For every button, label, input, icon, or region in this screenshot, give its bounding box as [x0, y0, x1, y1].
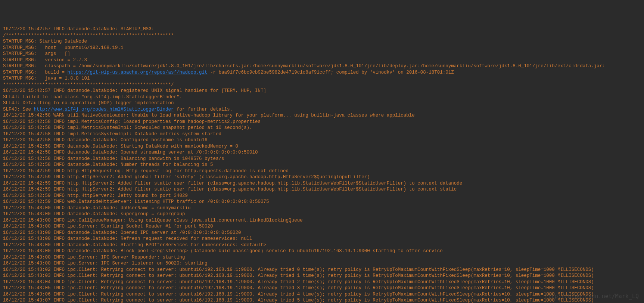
log-line: 16/12/20 15:42:59 INFO http.HttpServer2:… [3, 186, 641, 193]
log-line: SLF4J: Defaulting to no-operation (NOP) … [3, 100, 641, 106]
log-line: STARTUP_MSG: args = [] [3, 51, 641, 57]
log-line: SLF4J: Failed to load class "org.slf4j.i… [3, 94, 641, 101]
log-line: 16/12/20 15:42:57 INFO datanode.DataNode… [3, 88, 641, 94]
log-line: 16/12/20 15:42:58 INFO impl.MetricsConfi… [3, 119, 641, 125]
log-line: 16/12/20 15:42:58 INFO datanode.DataNode… [3, 149, 641, 156]
log-line: 16/12/20 15:43:04 INFO ipc.Client: Retry… [3, 279, 641, 285]
log-line: STARTUP_MSG: host = ubuntu16/192.168.19.… [3, 45, 641, 51]
log-line: 16/12/20 15:43:00 INFO datanode.DataNode… [3, 205, 641, 211]
log-line: STARTUP_MSG: version = 2.7.3 [3, 57, 641, 64]
log-line: 16/12/20 15:43:00 INFO ipc.Server: Start… [3, 223, 641, 230]
log-line: 16/12/20 15:42:59 INFO web.DatanodeHttpS… [3, 199, 641, 205]
log-line: 16/12/20 15:42:59 INFO http.HttpServer2:… [3, 174, 641, 180]
log-line: 16/12/20 15:43:03 INFO ipc.Client: Retry… [3, 273, 641, 279]
log-line: 16/12/20 15:42:59 INFO http.HttpServer2:… [3, 180, 641, 187]
log-line: 16/12/20 15:43:05 INFO ipc.Client: Retry… [3, 285, 641, 291]
log-line: 16/12/20 15:43:00 INFO datanode.DataNode… [3, 248, 641, 254]
log-line: STARTUP_MSG: java = 1.8.0_101 [3, 75, 641, 82]
log-output: 16/12/20 15:42:57 INFO datanode.DataNode… [3, 26, 641, 303]
build-link[interactable]: https://git-wip-us.apache.org/repos/asf/… [68, 70, 208, 75]
log-line: 16/12/20 15:42:58 INFO impl.MetricsSyste… [3, 125, 641, 131]
log-line: 16/12/20 15:42:59 INFO http.HttpServer2:… [3, 193, 641, 199]
log-line: 16/12/20 15:43:00 INFO datanode.DataNode… [3, 211, 641, 217]
log-line: STARTUP_MSG: Starting DataNode [3, 38, 641, 45]
log-line: 16/12/20 15:42:58 INFO datanode.DataNode… [3, 156, 641, 162]
log-line: 16/12/20 15:42:58 INFO impl.MetricsSyste… [3, 131, 641, 137]
log-line: 16/12/20 15:42:57 INFO datanode.DataNode… [3, 26, 641, 33]
log-line: 16/12/20 15:43:00 INFO datanode.DataNode… [3, 242, 641, 248]
log-line: 16/12/20 15:43:00 INFO ipc.Server: IPC S… [3, 254, 641, 261]
log-line: 16/12/20 15:43:00 INFO ipc.Server: IPC S… [3, 260, 641, 267]
log-line: STARTUP_MSG: classpath = /home/sunnymark… [3, 63, 641, 69]
log-line: 16/12/20 15:42:58 INFO datanode.DataNode… [3, 137, 641, 143]
log-line: 16/12/20 15:42:58 INFO datanode.DataNode… [3, 162, 641, 168]
slf4j-link[interactable]: http://www.slf4j.org/codes.html#StaticLo… [34, 107, 174, 112]
log-line: 16/12/20 15:43:02 INFO ipc.Client: Retry… [3, 267, 641, 273]
log-line: 16/12/20 15:42:58 WARN util.NativeCodeLo… [3, 112, 641, 119]
log-line: SLF4J: See http://www.slf4j.org/codes.ht… [3, 106, 641, 113]
log-line: 16/12/20 15:43:06 INFO ipc.Client: Retry… [3, 291, 641, 298]
log-line: 16/12/20 15:43:00 INFO datanode.DataNode… [3, 230, 641, 236]
log-line: 16/12/20 15:43:00 INFO datanode.DataNode… [3, 236, 641, 242]
log-line: /***************************************… [3, 33, 641, 39]
log-line: 16/12/20 15:42:59 INFO http.HttpRequestL… [3, 168, 641, 174]
log-line: 16/12/20 15:43:00 INFO ipc.CallQueueMana… [3, 217, 641, 224]
log-line: ****************************************… [3, 82, 641, 88]
log-line: 16/12/20 15:43:07 INFO ipc.Client: Retry… [3, 297, 641, 303]
log-line: 16/12/20 15:42:58 INFO datanode.DataNode… [3, 143, 641, 150]
log-line: STARTUP_MSG: build = https://git-wip-us.… [3, 69, 641, 76]
